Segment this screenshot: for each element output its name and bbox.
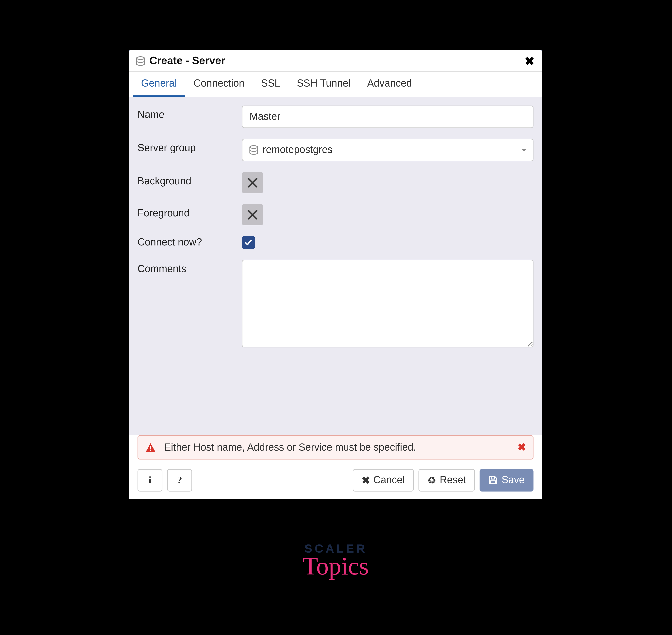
background-clear-button[interactable] [242, 172, 263, 193]
background-label: Background [137, 172, 242, 188]
tab-connection[interactable]: Connection [185, 72, 253, 97]
svg-rect-4 [491, 477, 495, 479]
info-button[interactable]: i [137, 469, 162, 491]
foreground-label: Foreground [137, 204, 242, 219]
close-icon[interactable]: ✖ [524, 55, 535, 67]
dialog-footer: i ? ✖ Cancel ♻ Reset Save [129, 464, 542, 499]
server-group-select[interactable]: remotepostgres [242, 139, 534, 161]
chevron-down-icon [521, 149, 527, 152]
error-banner: Either Host name, Address or Service mus… [137, 435, 534, 460]
x-icon: ✖ [362, 474, 370, 487]
connect-now-label: Connect now? [137, 237, 242, 248]
tab-ssl[interactable]: SSL [253, 72, 289, 97]
reset-button[interactable]: ♻ Reset [418, 469, 475, 491]
watermark-line2: Topics [0, 552, 672, 581]
svg-rect-3 [150, 449, 151, 450]
foreground-clear-button[interactable] [242, 204, 263, 225]
error-close-icon[interactable]: ✖ [517, 441, 526, 454]
name-label: Name [137, 106, 242, 121]
comments-label: Comments [137, 260, 242, 275]
dialog-titlebar: Create - Server ✖ [129, 50, 542, 72]
tab-ssh-tunnel[interactable]: SSH Tunnel [289, 72, 359, 97]
error-message: Either Host name, Address or Service mus… [164, 441, 509, 453]
cancel-button[interactable]: ✖ Cancel [353, 469, 414, 491]
connect-now-checkbox[interactable] [242, 236, 255, 249]
help-button[interactable]: ? [167, 469, 192, 491]
warning-icon [145, 442, 156, 453]
server-icon [135, 56, 146, 66]
create-server-dialog: Create - Server ✖ General Connection SSL… [129, 50, 542, 499]
x-icon [247, 177, 259, 189]
server-group-label: Server group [137, 139, 242, 154]
dialog-title: Create - Server [149, 54, 225, 67]
tab-advanced[interactable]: Advanced [359, 72, 420, 97]
save-label: Save [502, 474, 524, 486]
svg-rect-2 [150, 446, 151, 448]
check-icon [244, 238, 252, 247]
save-button[interactable]: Save [480, 469, 534, 491]
tab-general[interactable]: General [133, 72, 185, 97]
dialog-tabs: General Connection SSL SSH Tunnel Advanc… [129, 72, 542, 97]
server-group-value: remotepostgres [263, 144, 333, 156]
save-icon [489, 476, 498, 485]
reset-label: Reset [440, 474, 466, 486]
form-body: Name Server group [129, 97, 542, 435]
svg-point-0 [137, 57, 144, 59]
recycle-icon: ♻ [427, 474, 436, 487]
cancel-label: Cancel [374, 474, 405, 486]
svg-point-1 [250, 146, 257, 148]
svg-rect-5 [491, 481, 496, 484]
watermark: SCALER Topics [0, 542, 672, 581]
comments-textarea[interactable] [242, 260, 534, 347]
server-group-icon [248, 145, 259, 155]
x-icon [247, 209, 259, 221]
name-input[interactable] [242, 106, 534, 128]
